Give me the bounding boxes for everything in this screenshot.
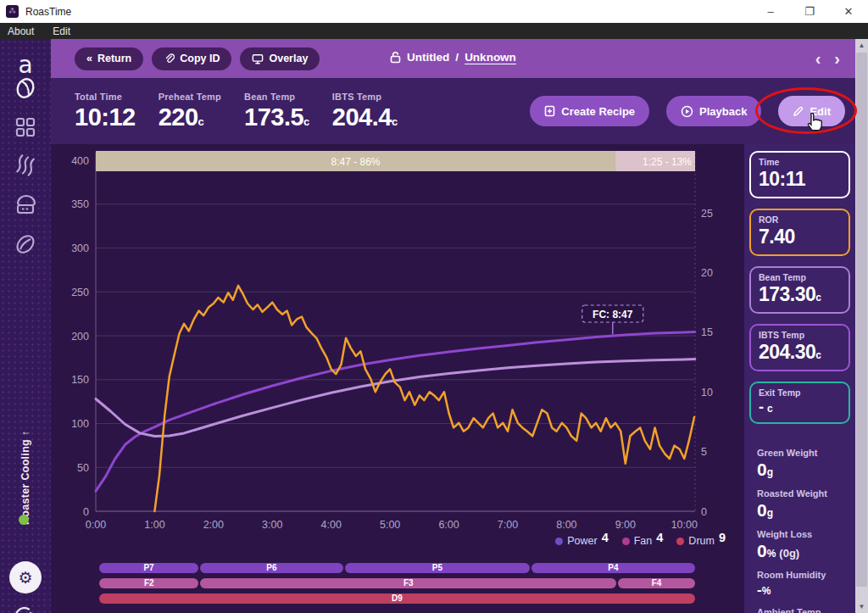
stat-preheat-temp: Preheat Temp 220c	[159, 92, 221, 131]
svg-text:350: 350	[71, 198, 89, 210]
menu-about[interactable]: About	[8, 25, 34, 37]
main-area: « Return Copy ID Overlay	[51, 39, 855, 613]
menu-edit[interactable]: Edit	[53, 25, 70, 37]
power-segment-P6: P6	[200, 563, 343, 573]
power-segment-P7: P7	[99, 563, 198, 573]
power-segment-P5: P5	[345, 563, 530, 573]
scroll-up-arrow[interactable]: ▲	[855, 39, 868, 52]
copy-id-button[interactable]: Copy ID	[152, 47, 231, 70]
svg-text:0: 0	[701, 506, 707, 518]
svg-text:50: 50	[77, 462, 89, 474]
titlebar: ⁂ RoasTime – ❐ ✕	[0, 0, 868, 23]
roast-name: Untitled	[407, 51, 449, 64]
overlay-button[interactable]: Overlay	[240, 47, 320, 70]
svg-text:25: 25	[701, 208, 713, 220]
svg-text:20: 20	[701, 267, 713, 279]
prev-roast-chevron[interactable]: ‹	[815, 49, 821, 69]
room-humidity: Room Humidity -%	[757, 570, 848, 599]
svg-text:0: 0	[83, 506, 89, 518]
close-button[interactable]: ✕	[829, 0, 868, 23]
control-history-bars: P7P6P5P4F2F3F4D9	[99, 563, 695, 609]
roast-bean-link[interactable]: Unknown	[465, 51, 516, 64]
logout-icon[interactable]	[14, 605, 36, 613]
maximize-button[interactable]: ❐	[790, 0, 829, 23]
legend-fan[interactable]: Fan 4	[622, 534, 664, 548]
drum-bar-row: D9	[99, 593, 695, 604]
scrollbar-thumb[interactable]	[856, 53, 867, 587]
fan-segment-F2: F2	[99, 578, 198, 588]
bean-icon[interactable]	[14, 232, 37, 256]
next-roast-chevron[interactable]: ›	[834, 49, 840, 69]
roast-toolbar: « Return Copy ID Overlay	[51, 39, 855, 78]
card-bean-temp: Bean Temp 173.30c	[749, 266, 850, 314]
aillio-logo-icon[interactable]: a	[13, 51, 38, 100]
svg-text:6:00: 6:00	[438, 519, 459, 531]
roast-chart[interactable]: 05010015020025030035040005101520250:001:…	[51, 144, 744, 613]
weight-loss: Weight Loss 0%(0g)	[757, 529, 848, 561]
menubar: About Edit	[0, 23, 868, 39]
legend-power[interactable]: Power 4	[555, 534, 609, 548]
power-segment-P4: P4	[531, 563, 695, 573]
svg-text:250: 250	[71, 287, 89, 298]
app-icon: ⁂	[6, 5, 19, 18]
green-weight: Green Weight 0g	[757, 448, 848, 480]
roaster-machine-icon[interactable]	[14, 193, 37, 215]
minimize-button[interactable]: –	[751, 0, 790, 23]
svg-text:8:47 - 86%: 8:47 - 86%	[331, 156, 380, 168]
live-readings-panel: Time 10:11 ROR 7.40 Bean Temp 173.30c IB…	[744, 144, 855, 613]
legend-drum[interactable]: Drum 9	[676, 534, 726, 548]
pencil-icon	[793, 106, 804, 117]
status-green-dot	[19, 515, 29, 525]
weights-section: Green Weight 0g Roasted Weight 0g Weight…	[749, 434, 850, 613]
drum-segment-D9: D9	[99, 593, 695, 604]
svg-text:3:00: 3:00	[262, 519, 282, 531]
fan-segment-F4: F4	[618, 578, 695, 588]
svg-text:1:25 - 13%: 1:25 - 13%	[643, 156, 692, 168]
play-circle-icon	[681, 105, 693, 118]
card-ror: ROR 7.40	[749, 209, 850, 256]
overlay-screen-icon	[252, 53, 264, 64]
svg-text:a: a	[18, 51, 32, 79]
fan-segment-F3: F3	[200, 578, 616, 588]
svg-text:1:00: 1:00	[144, 519, 164, 531]
svg-text:100: 100	[71, 418, 89, 430]
svg-text:FC: 8:47: FC: 8:47	[593, 309, 633, 320]
settings-gear-button[interactable]: ⚙	[9, 561, 42, 593]
lock-icon[interactable]	[390, 51, 401, 64]
status-arrow: ↑	[19, 431, 31, 437]
double-chevron-left-icon: «	[86, 53, 92, 64]
scrollbar[interactable]: ▲ ▼	[855, 39, 868, 613]
svg-text:15: 15	[701, 326, 713, 338]
roastime-window: ⁂ RoasTime – ❐ ✕ About Edit a	[0, 0, 868, 613]
svg-text:400: 400	[71, 155, 89, 167]
power-bar-row: P7P6P5P4	[99, 563, 695, 573]
dashboard-grid-icon[interactable]	[15, 117, 36, 137]
create-recipe-button[interactable]: Create Recipe	[530, 96, 649, 126]
roast-heat-icon[interactable]	[14, 154, 36, 176]
stat-ibts-temp: IBTS Temp 204.4c	[332, 92, 398, 131]
window-title: RoasTime	[25, 6, 71, 18]
svg-text:2:00: 2:00	[203, 519, 224, 531]
scroll-down-arrow[interactable]: ▼	[855, 600, 868, 613]
paperclip-icon	[164, 53, 175, 64]
svg-text:5: 5	[701, 446, 707, 458]
svg-text:300: 300	[71, 242, 89, 254]
svg-text:5:00: 5:00	[380, 519, 400, 531]
chart-legend: Power 4 Fan 4 Drum 9	[555, 534, 726, 548]
power-dot-icon	[555, 538, 563, 545]
svg-text:8:00: 8:00	[556, 519, 576, 531]
roaster-status: Roaster Cooling ↑	[0, 410, 51, 521]
roasted-weight: Roasted Weight 0g	[757, 488, 848, 521]
svg-text:150: 150	[71, 374, 89, 386]
ambient-temp: Ambient Temp -c	[757, 607, 848, 613]
card-ibts-temp: IBTS Temp 204.30c	[749, 324, 850, 371]
card-time: Time 10:11	[749, 151, 850, 198]
stat-bean-temp: Bean Temp 173.5c	[244, 92, 309, 131]
left-sidebar: a	[0, 39, 51, 613]
stats-row: Total Time 10:12 Preheat Temp 220c Bean …	[51, 78, 855, 144]
edit-button[interactable]: Edit	[778, 96, 845, 126]
svg-text:200: 200	[71, 331, 89, 343]
roaster-status-text: Roaster Cooling	[19, 439, 31, 525]
playback-button[interactable]: Playback	[666, 96, 761, 126]
return-button[interactable]: « Return	[75, 47, 143, 70]
